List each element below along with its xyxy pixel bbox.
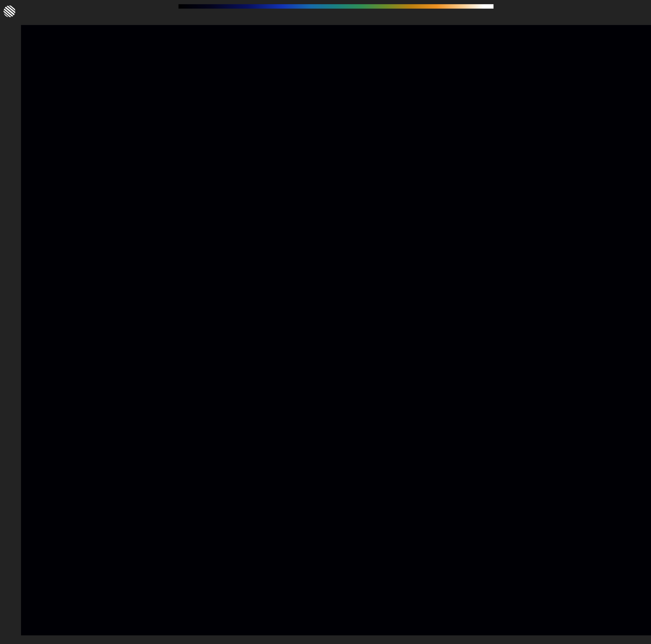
frequency-axis: [0, 0, 651, 25]
time-axis: [0, 0, 21, 644]
spectrogram-plot: [21, 25, 651, 635]
status-bar: [0, 635, 651, 644]
spectrogram-page: { "header": { "logo": {"org": "GFZ", "li…: [0, 0, 651, 644]
spectrogram-canvas: [21, 25, 651, 635]
